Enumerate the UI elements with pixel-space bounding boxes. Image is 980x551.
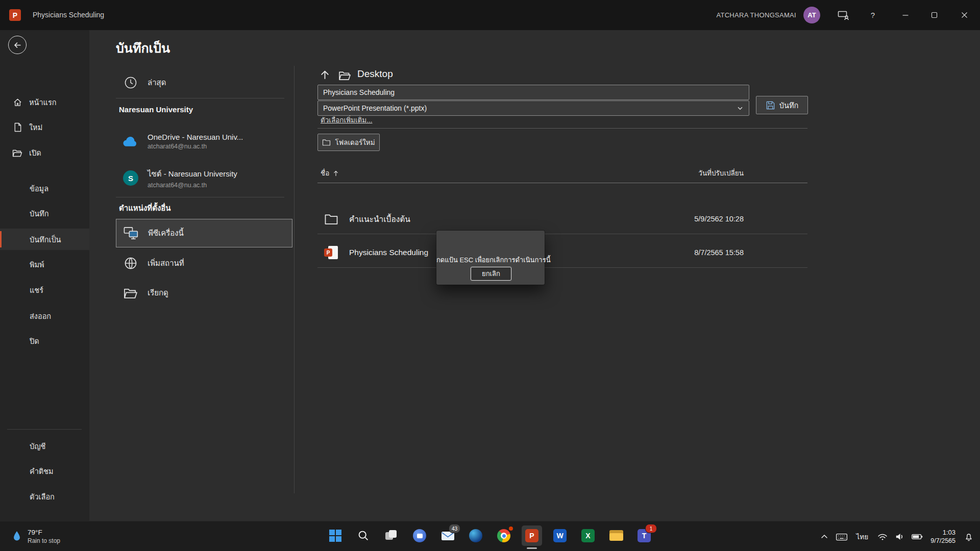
avatar[interactable]: AT [803, 7, 820, 23]
maximize-button[interactable] [920, 0, 949, 30]
sidebar-item-info[interactable]: ข้อมูล [0, 178, 89, 199]
table-header-divider [317, 183, 807, 183]
minimize-button[interactable] [891, 0, 920, 30]
location-sharepoint-sites[interactable]: S ไซต์ - Naresuan University atcharat64@… [116, 163, 292, 193]
titlebar: P Physicians Scheduling ATCHARA THONGSAM… [0, 0, 980, 30]
location-browse[interactable]: เรียกดู [116, 280, 292, 306]
sidebar-item-save-as[interactable]: บันทึกเป็น [0, 229, 89, 250]
mail-badge: 43 [449, 524, 460, 533]
weather-widget[interactable]: 79°F Rain to stop [7, 521, 64, 551]
excel-icon: X [581, 529, 595, 542]
breadcrumb-current-folder[interactable]: Desktop [357, 68, 393, 80]
back-button[interactable] [8, 36, 27, 54]
sidebar-item-options[interactable]: ตัวเลือก [0, 486, 89, 507]
touch-keyboard-button[interactable] [835, 527, 849, 547]
sidebar-item-export[interactable]: ส่งออก [0, 305, 89, 327]
account-user-name[interactable]: ATCHARA THONGSAMAI [716, 0, 796, 30]
location-this-pc[interactable]: พีซีเครื่องนี้ [116, 219, 292, 247]
this-pc-icon [121, 227, 141, 240]
file-row-presentation[interactable]: P Physicians Scheduling 8/7/2565 15:58 [317, 238, 807, 268]
excel-taskbar-button[interactable]: X [578, 525, 598, 546]
home-icon [12, 97, 22, 107]
location-recent[interactable]: ล่าสุด [116, 72, 292, 93]
filename-input[interactable] [317, 85, 749, 100]
onedrive-text: OneDrive - Naresuan Univ... atcharat64@n… [148, 133, 243, 150]
sidebar-divider [7, 429, 82, 430]
rain-icon [11, 530, 22, 543]
help-button[interactable]: ? [864, 0, 881, 30]
sidebar-item-print[interactable]: พิมพ์ [0, 254, 89, 275]
windows-taskbar: 79°F Rain to stop [0, 521, 980, 551]
language-indicator[interactable]: ไทย [852, 527, 872, 547]
teams-taskbar-button[interactable]: T 1 [634, 525, 654, 546]
powerpoint-taskbar-button[interactable]: P [522, 525, 542, 546]
sidebar-item-feedback[interactable]: คำติชม [0, 460, 89, 482]
toolbar-divider [317, 128, 807, 129]
chrome-icon [497, 529, 510, 542]
pptx-file-icon: P [323, 245, 340, 260]
locations-divider [116, 98, 284, 98]
word-taskbar-button[interactable]: W [550, 525, 570, 546]
notification-bell-button[interactable] [962, 527, 976, 547]
more-options-link[interactable]: ตัวเลือกเพิ่มเติม... [321, 114, 372, 126]
task-view-button[interactable] [381, 525, 402, 546]
battery-icon[interactable] [910, 527, 924, 547]
folder-icon [323, 213, 340, 225]
onedrive-cloud-icon [121, 135, 140, 147]
filetype-dropdown[interactable]: PowerPoint Presentation (*.pptx) [317, 101, 749, 116]
search-icon [357, 530, 370, 542]
task-view-icon [385, 530, 398, 542]
sidebar-item-close[interactable]: ปิด [0, 330, 89, 352]
edge-icon [469, 529, 482, 542]
window-title: Physicians Scheduling [33, 0, 104, 30]
file-explorer-button[interactable] [606, 525, 626, 546]
sidebar-item-share[interactable]: แชร์ [0, 279, 89, 300]
save-floppy-icon [766, 101, 775, 110]
cancel-button[interactable]: ยกเลิก [471, 267, 511, 281]
edge-icon-button[interactable] [465, 525, 486, 546]
sort-ascending-icon[interactable] [333, 170, 339, 177]
new-document-icon [12, 122, 22, 132]
location-onedrive[interactable]: OneDrive - Naresuan Univ... atcharat64@n… [116, 127, 292, 156]
volume-icon[interactable] [893, 527, 907, 547]
search-button[interactable] [353, 525, 374, 546]
sort-by-name[interactable]: ชื่อ [321, 167, 329, 179]
open-folder-icon [12, 148, 22, 157]
new-folder-button[interactable]: โฟลเดอร์ใหม่ [317, 134, 380, 151]
chat-icon [413, 529, 426, 542]
panel-divider [294, 66, 295, 493]
sidebar-item-open[interactable]: เปิด [0, 142, 89, 163]
sharepoint-icon: S [121, 170, 140, 186]
up-one-level-icon[interactable] [319, 69, 331, 81]
start-button[interactable] [325, 525, 346, 546]
active-tab-indicator [0, 231, 2, 247]
esc-popup-message: กดแป้น ESC เพื่อยกเลิกการดำเนินการนี้ [436, 255, 545, 265]
mail-button[interactable]: 43 [437, 525, 458, 546]
sidebar-item-account[interactable]: บัญชี [0, 435, 89, 457]
sidebar-item-new[interactable]: ใหม่ [0, 116, 89, 138]
new-folder-icon [322, 139, 331, 146]
taskbar-apps: 43 P W X T 1 [325, 525, 654, 546]
clock-widget[interactable]: 1:03 9/7/2565 [927, 528, 959, 545]
close-button[interactable] [949, 0, 980, 30]
sites-text: ไซต์ - Naresuan University atcharat64@nu… [148, 168, 237, 189]
chrome-button[interactable] [494, 525, 514, 546]
backstage-sidebar: หน้าแรก ใหม่ เปิด ข้อมูล บันทึก บันทึกเป… [0, 30, 89, 521]
tray-time: 1:03 [930, 528, 955, 537]
presenter-view-icon[interactable] [835, 0, 852, 30]
teams-chat-button[interactable] [409, 525, 430, 546]
tray-date: 9/7/2565 [930, 537, 955, 545]
sidebar-item-save[interactable]: บันทึก [0, 203, 89, 224]
file-table-header: ชื่อ วันที่ปรับเปลี่ยน [317, 164, 807, 182]
weather-text: 79°F Rain to stop [28, 529, 60, 544]
clock-icon [121, 76, 140, 90]
org-section-header: Naresuan University [119, 105, 193, 114]
sidebar-item-home[interactable]: หน้าแรก [0, 91, 89, 113]
location-add-place[interactable]: เพิ่มสถานที่ [116, 250, 292, 277]
wifi-icon[interactable] [875, 527, 890, 547]
show-hidden-icons-button[interactable] [817, 527, 831, 547]
save-button[interactable]: บันทึก [756, 96, 808, 114]
powerpoint-logo-icon: P [9, 9, 21, 21]
file-row-folder[interactable]: คำแนะนำเบื้องต้น 5/9/2562 10:28 [317, 204, 807, 234]
sort-by-date[interactable]: วันที่ปรับเปลี่ยน [698, 167, 807, 179]
